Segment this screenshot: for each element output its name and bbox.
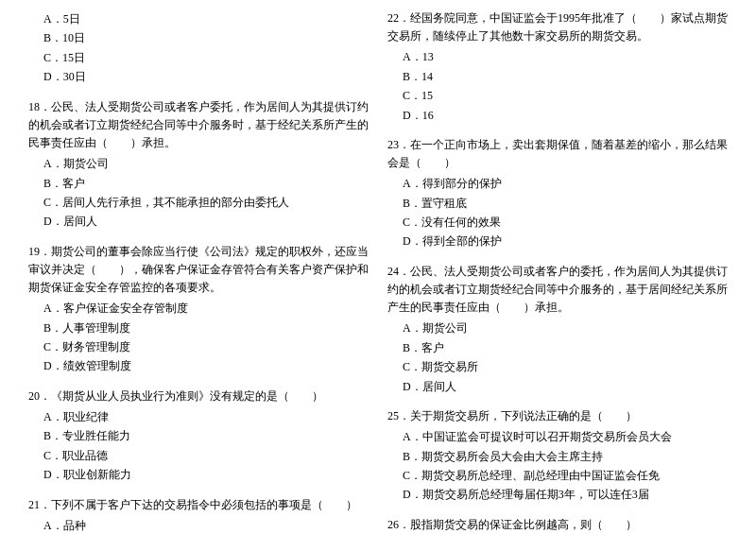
q25-option-c: C．期货交易所总经理、副总经理由中国证监会任免 — [387, 466, 728, 485]
question-text-19: 19．期货公司的董事会除应当行使《公司法》规定的职权外，还应当审议并决定（ ），… — [28, 243, 369, 298]
q23-option-b: B．置守租底 — [387, 194, 728, 213]
right-column: 22．经国务院同意，中国证监会于1995年批准了（ ）家试点期货交易所，随续停止… — [387, 9, 728, 534]
question-block-22: 22．经国务院同意，中国证监会于1995年批准了（ ）家试点期货交易所，随续停止… — [387, 9, 728, 125]
q21-option-a: A．品种 — [28, 516, 369, 534]
q19-option-b: B．人事管理制度 — [28, 319, 369, 337]
question-text-20: 20．《期货从业人员执业行为准则》没有规定的是（ ） — [28, 388, 369, 405]
question-block-18: 18．公民、法人受期货公司或者客户委托，作为居间人为其提供订约的机会或者订立期货… — [28, 98, 369, 232]
left-column: A．5日 B．10日 C．15日 D．30日 18．公民、法人受期货公司或者客户… — [28, 9, 369, 534]
page-container: A．5日 B．10日 C．15日 D．30日 18．公民、法人受期货公司或者客户… — [28, 9, 728, 534]
option-c15: C．15日 — [28, 48, 369, 67]
question-text-21: 21．下列不属于客户下达的交易指令中必须包括的事项是（ ） — [28, 496, 369, 514]
question-block-19: 19．期货公司的董事会除应当行使《公司法》规定的职权外，还应当审议并决定（ ），… — [28, 243, 369, 376]
q18-option-d: D．居间人 — [28, 212, 369, 231]
option-d30: D．30日 — [28, 67, 369, 86]
q18-option-a: A．期货公司 — [28, 154, 369, 173]
q19-option-a: A．客户保证金安全存管制度 — [28, 299, 369, 318]
columns: A．5日 B．10日 C．15日 D．30日 18．公民、法人受期货公司或者客户… — [28, 9, 728, 534]
question-text-25: 25．关于期货交易所，下列说法正确的是（ ） — [387, 407, 728, 425]
q20-option-d: D．职业创新能力 — [28, 465, 369, 484]
q23-option-d: D．得到全部的保护 — [387, 232, 728, 250]
q22-option-a: A．13 — [387, 47, 728, 66]
option-b10: B．10日 — [28, 28, 369, 47]
q24-option-d: D．居间人 — [387, 377, 728, 396]
question-block-20: 20．《期货从业人员执业行为准则》没有规定的是（ ） A．职业纪律 B．专业胜任… — [28, 388, 369, 485]
question-text-23: 23．在一个正向市场上，卖出套期保值，随着基差的缩小，那么结果会是（ ） — [387, 136, 728, 172]
option-a5: A．5日 — [28, 9, 369, 28]
q23-option-a: A．得到部分的保护 — [387, 174, 728, 193]
q22-option-d: D．16 — [387, 106, 728, 125]
q23-option-c: C．没有任何的效果 — [387, 213, 728, 232]
question-block-25: 25．关于期货交易所，下列说法正确的是（ ） A．中国证监会可提议时可以召开期货… — [387, 407, 728, 505]
q22-option-c: C．15 — [387, 86, 728, 105]
q24-option-c: C．期货交易所 — [387, 357, 728, 376]
question-block-26: 26．股指期货交易的保证金比例越高，则（ ） A．杠杆越小 B．杠杆越大 C．收… — [387, 516, 728, 534]
q20-option-c: C．职业品德 — [28, 446, 369, 465]
question-block-21: 21．下列不属于客户下达的交易指令中必须包括的事项是（ ） A．品种 B．数量 … — [28, 496, 369, 534]
question-text-24: 24．公民、法人受期货公司或者客户的委托，作为居间人为其提供订约的机会或者订立期… — [387, 263, 728, 318]
question-block-cont: A．5日 B．10日 C．15日 D．30日 — [28, 9, 369, 87]
question-block-24: 24．公民、法人受期货公司或者客户的委托，作为居间人为其提供订约的机会或者订立期… — [387, 263, 728, 396]
q24-option-b: B．客户 — [387, 338, 728, 357]
q20-option-a: A．职业纪律 — [28, 407, 369, 426]
q20-option-b: B．专业胜任能力 — [28, 426, 369, 445]
q22-option-b: B．14 — [387, 67, 728, 86]
q18-option-c: C．居间人先行承担，其不能承担的部分由委托人 — [28, 193, 369, 212]
q19-option-d: D．绩效管理制度 — [28, 356, 369, 375]
question-block-23: 23．在一个正向市场上，卖出套期保值，随着基差的缩小，那么结果会是（ ） A．得… — [387, 136, 728, 251]
q25-option-b: B．期货交易所会员大会由大会主席主持 — [387, 447, 728, 466]
q18-option-b: B．客户 — [28, 174, 369, 193]
q25-option-a: A．中国证监会可提议时可以召开期货交易所会员大会 — [387, 427, 728, 446]
question-text-26: 26．股指期货交易的保证金比例越高，则（ ） — [387, 516, 728, 534]
question-text-18: 18．公民、法人受期货公司或者客户委托，作为居间人为其提供订约的机会或者订立期货… — [28, 98, 369, 153]
q19-option-c: C．财务管理制度 — [28, 337, 369, 356]
question-text-22: 22．经国务院同意，中国证监会于1995年批准了（ ）家试点期货交易所，随续停止… — [387, 9, 728, 45]
q24-option-a: A．期货公司 — [387, 319, 728, 337]
q25-option-d: D．期货交易所总经理每届任期3年，可以连任3届 — [387, 485, 728, 504]
